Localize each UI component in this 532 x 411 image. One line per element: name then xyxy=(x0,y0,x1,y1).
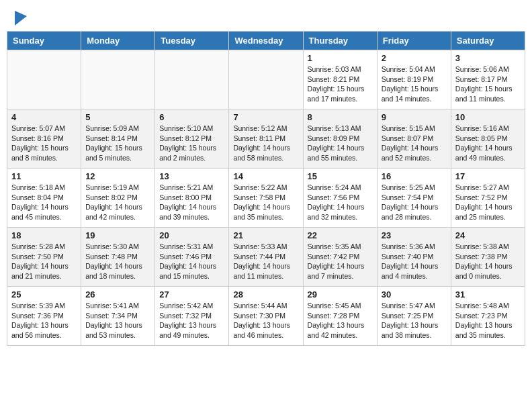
day-number: 26 xyxy=(85,289,150,300)
day-number: 8 xyxy=(308,112,373,122)
calendar-day-cell: 9Sunrise: 5:15 AM Sunset: 8:07 PM Daylig… xyxy=(377,109,451,169)
day-info: Sunrise: 5:06 AM Sunset: 8:17 PM Dayligh… xyxy=(455,64,521,104)
calendar-table: SundayMondayTuesdayWednesdayThursdayFrid… xyxy=(7,31,525,346)
calendar-day-cell: 13Sunrise: 5:21 AM Sunset: 8:00 PM Dayli… xyxy=(155,169,229,228)
calendar-day-cell: 14Sunrise: 5:22 AM Sunset: 7:58 PM Dayli… xyxy=(229,169,303,228)
calendar-day-header: Saturday xyxy=(451,32,525,50)
day-info: Sunrise: 5:25 AM Sunset: 7:54 PM Dayligh… xyxy=(382,183,447,222)
calendar-day-header: Monday xyxy=(81,32,155,50)
calendar-week-row: 11Sunrise: 5:18 AM Sunset: 8:04 PM Dayli… xyxy=(7,169,525,228)
day-number: 11 xyxy=(11,171,77,181)
calendar-day-cell: 10Sunrise: 5:16 AM Sunset: 8:05 PM Dayli… xyxy=(451,109,525,169)
calendar-day-cell xyxy=(229,50,303,109)
calendar-day-cell: 7Sunrise: 5:12 AM Sunset: 8:11 PM Daylig… xyxy=(229,109,303,169)
calendar-day-cell: 6Sunrise: 5:10 AM Sunset: 8:12 PM Daylig… xyxy=(155,109,229,169)
calendar-day-cell: 21Sunrise: 5:33 AM Sunset: 7:44 PM Dayli… xyxy=(229,228,303,287)
calendar-day-cell: 19Sunrise: 5:30 AM Sunset: 7:48 PM Dayli… xyxy=(81,228,155,287)
day-number: 22 xyxy=(308,230,373,240)
day-info: Sunrise: 5:12 AM Sunset: 8:11 PM Dayligh… xyxy=(233,124,298,163)
day-info: Sunrise: 5:47 AM Sunset: 7:25 PM Dayligh… xyxy=(382,301,447,340)
day-number: 27 xyxy=(159,289,224,300)
calendar-day-cell: 12Sunrise: 5:19 AM Sunset: 8:02 PM Dayli… xyxy=(81,169,155,228)
calendar-day-cell: 22Sunrise: 5:35 AM Sunset: 7:42 PM Dayli… xyxy=(303,228,377,287)
calendar-day-cell: 5Sunrise: 5:09 AM Sunset: 8:14 PM Daylig… xyxy=(81,109,155,169)
day-info: Sunrise: 5:07 AM Sunset: 8:16 PM Dayligh… xyxy=(11,124,77,163)
day-number: 7 xyxy=(233,112,298,122)
calendar-day-cell xyxy=(155,50,229,109)
day-number: 17 xyxy=(455,171,521,181)
day-info: Sunrise: 5:33 AM Sunset: 7:44 PM Dayligh… xyxy=(233,242,298,281)
calendar-day-header: Tuesday xyxy=(155,32,229,50)
day-info: Sunrise: 5:28 AM Sunset: 7:50 PM Dayligh… xyxy=(11,242,77,281)
calendar-day-cell: 29Sunrise: 5:45 AM Sunset: 7:28 PM Dayli… xyxy=(303,287,377,346)
day-number: 19 xyxy=(85,230,150,240)
calendar-day-header: Thursday xyxy=(303,32,377,50)
day-number: 13 xyxy=(159,171,224,181)
calendar-day-cell: 25Sunrise: 5:39 AM Sunset: 7:36 PM Dayli… xyxy=(7,287,81,346)
calendar-day-cell: 1Sunrise: 5:03 AM Sunset: 8:21 PM Daylig… xyxy=(303,50,377,109)
calendar-day-cell: 23Sunrise: 5:36 AM Sunset: 7:40 PM Dayli… xyxy=(377,228,451,287)
day-number: 23 xyxy=(382,230,447,240)
day-info: Sunrise: 5:38 AM Sunset: 7:38 PM Dayligh… xyxy=(455,242,521,281)
day-info: Sunrise: 5:15 AM Sunset: 8:07 PM Dayligh… xyxy=(382,124,447,163)
day-number: 18 xyxy=(11,230,77,240)
svg-marker-0 xyxy=(15,11,27,26)
day-number: 31 xyxy=(455,289,521,300)
day-info: Sunrise: 5:16 AM Sunset: 8:05 PM Dayligh… xyxy=(455,124,521,163)
calendar-day-cell: 26Sunrise: 5:41 AM Sunset: 7:34 PM Dayli… xyxy=(81,287,155,346)
day-number: 5 xyxy=(85,112,150,122)
day-info: Sunrise: 5:44 AM Sunset: 7:30 PM Dayligh… xyxy=(233,301,298,340)
day-number: 3 xyxy=(455,53,521,63)
day-info: Sunrise: 5:18 AM Sunset: 8:04 PM Dayligh… xyxy=(11,183,77,222)
day-info: Sunrise: 5:45 AM Sunset: 7:28 PM Dayligh… xyxy=(308,301,373,340)
calendar-day-cell: 28Sunrise: 5:44 AM Sunset: 7:30 PM Dayli… xyxy=(229,287,303,346)
calendar-week-row: 4Sunrise: 5:07 AM Sunset: 8:16 PM Daylig… xyxy=(7,109,525,169)
day-info: Sunrise: 5:19 AM Sunset: 8:02 PM Dayligh… xyxy=(85,183,150,222)
day-number: 1 xyxy=(308,53,373,63)
day-info: Sunrise: 5:13 AM Sunset: 8:09 PM Dayligh… xyxy=(308,124,373,163)
calendar-day-cell: 16Sunrise: 5:25 AM Sunset: 7:54 PM Dayli… xyxy=(377,169,451,228)
day-number: 21 xyxy=(233,230,298,240)
calendar-day-cell: 17Sunrise: 5:27 AM Sunset: 7:52 PM Dayli… xyxy=(451,169,525,228)
calendar-day-cell: 24Sunrise: 5:38 AM Sunset: 7:38 PM Dayli… xyxy=(451,228,525,287)
calendar-day-header: Wednesday xyxy=(229,32,303,50)
day-number: 4 xyxy=(11,112,77,122)
day-info: Sunrise: 5:39 AM Sunset: 7:36 PM Dayligh… xyxy=(11,301,77,340)
calendar-day-cell: 20Sunrise: 5:31 AM Sunset: 7:46 PM Dayli… xyxy=(155,228,229,287)
calendar-day-cell: 27Sunrise: 5:42 AM Sunset: 7:32 PM Dayli… xyxy=(155,287,229,346)
calendar-day-cell: 15Sunrise: 5:24 AM Sunset: 7:56 PM Dayli… xyxy=(303,169,377,228)
logo xyxy=(13,11,27,26)
calendar-day-cell xyxy=(7,50,81,109)
day-info: Sunrise: 5:48 AM Sunset: 7:23 PM Dayligh… xyxy=(455,301,521,340)
day-number: 15 xyxy=(308,171,373,181)
day-info: Sunrise: 5:03 AM Sunset: 8:21 PM Dayligh… xyxy=(308,64,373,104)
day-info: Sunrise: 5:22 AM Sunset: 7:58 PM Dayligh… xyxy=(233,183,298,222)
day-number: 2 xyxy=(382,53,447,63)
calendar-day-cell: 8Sunrise: 5:13 AM Sunset: 8:09 PM Daylig… xyxy=(303,109,377,169)
day-number: 30 xyxy=(382,289,447,300)
day-info: Sunrise: 5:21 AM Sunset: 8:00 PM Dayligh… xyxy=(159,183,224,222)
day-info: Sunrise: 5:27 AM Sunset: 7:52 PM Dayligh… xyxy=(455,183,521,222)
day-info: Sunrise: 5:31 AM Sunset: 7:46 PM Dayligh… xyxy=(159,242,224,281)
calendar-day-cell: 2Sunrise: 5:04 AM Sunset: 8:19 PM Daylig… xyxy=(377,50,451,109)
day-number: 25 xyxy=(11,289,77,300)
calendar-week-row: 18Sunrise: 5:28 AM Sunset: 7:50 PM Dayli… xyxy=(7,228,525,287)
page-header xyxy=(0,0,532,31)
day-info: Sunrise: 5:36 AM Sunset: 7:40 PM Dayligh… xyxy=(382,242,447,281)
calendar-header-row: SundayMondayTuesdayWednesdayThursdayFrid… xyxy=(7,32,525,50)
calendar-wrap: SundayMondayTuesdayWednesdayThursdayFrid… xyxy=(0,31,532,353)
day-number: 29 xyxy=(308,289,373,300)
day-info: Sunrise: 5:24 AM Sunset: 7:56 PM Dayligh… xyxy=(308,183,373,222)
day-number: 14 xyxy=(233,171,298,181)
day-info: Sunrise: 5:35 AM Sunset: 7:42 PM Dayligh… xyxy=(308,242,373,281)
calendar-day-cell: 30Sunrise: 5:47 AM Sunset: 7:25 PM Dayli… xyxy=(377,287,451,346)
calendar-day-cell xyxy=(81,50,155,109)
day-number: 28 xyxy=(233,289,298,300)
calendar-day-header: Sunday xyxy=(7,32,81,50)
day-info: Sunrise: 5:30 AM Sunset: 7:48 PM Dayligh… xyxy=(85,242,150,281)
day-number: 12 xyxy=(85,171,150,181)
calendar-day-cell: 3Sunrise: 5:06 AM Sunset: 8:17 PM Daylig… xyxy=(451,50,525,109)
calendar-day-header: Friday xyxy=(377,32,451,50)
day-number: 16 xyxy=(382,171,447,181)
day-info: Sunrise: 5:41 AM Sunset: 7:34 PM Dayligh… xyxy=(85,301,150,340)
